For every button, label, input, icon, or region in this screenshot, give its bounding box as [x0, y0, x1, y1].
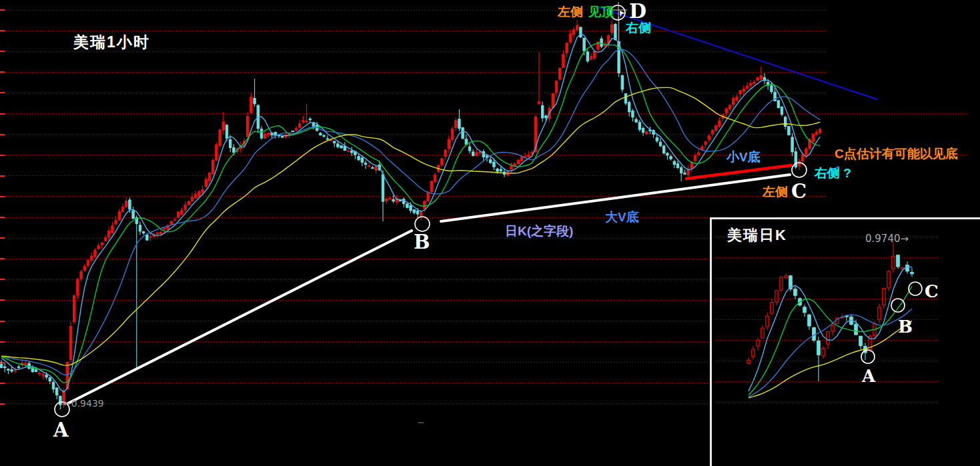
candle-up	[212, 160, 214, 173]
candle-down	[676, 164, 678, 168]
candle-down	[897, 255, 900, 267]
candle-up	[576, 25, 578, 29]
candle-up	[785, 276, 788, 278]
candle-up	[827, 332, 830, 345]
candle-up	[562, 54, 564, 67]
candle-up	[812, 134, 814, 141]
candle-down	[911, 272, 914, 273]
candle-down	[583, 38, 585, 51]
label-left-side-top: 左侧	[558, 5, 583, 18]
candle-down	[468, 147, 470, 151]
candle-up	[14, 370, 16, 371]
candle-down	[545, 116, 547, 118]
candle-down	[788, 126, 790, 135]
label-right-side-top: 右侧	[626, 21, 651, 34]
candle-up	[441, 159, 443, 165]
ma-line-40	[749, 321, 912, 397]
candle-down	[410, 205, 412, 211]
label-right-side-c: 右侧 ?	[815, 167, 851, 179]
candle-down	[52, 382, 54, 389]
candle-down	[472, 152, 474, 155]
candle-down	[656, 138, 658, 141]
inset-point-a-label: A	[862, 367, 875, 385]
candle-down	[490, 160, 492, 163]
candle-down	[771, 86, 773, 92]
candle-down	[794, 289, 797, 296]
marker-circle-b	[415, 217, 430, 231]
candle-down	[320, 133, 322, 135]
candle-up	[205, 179, 207, 187]
candle-up	[590, 57, 592, 60]
inset-point-b-label: B	[898, 318, 913, 335]
candle-up	[424, 201, 426, 209]
candle-down	[614, 25, 616, 40]
candle-down	[416, 211, 418, 214]
candle-down	[278, 135, 280, 136]
candle-up	[181, 211, 183, 215]
candle-up	[611, 25, 613, 33]
candle-up	[732, 98, 734, 104]
candle-down	[586, 52, 588, 61]
candle-up	[739, 91, 741, 94]
candle-up	[427, 192, 429, 201]
candle-down	[337, 144, 339, 147]
candle-down	[364, 163, 366, 165]
main-chart-title: 美瑞1小时	[73, 35, 150, 50]
candle-up	[725, 109, 727, 113]
inset-chart-title: 美瑞日K	[727, 228, 787, 243]
candle-up	[39, 373, 41, 374]
candle-down	[129, 200, 131, 209]
candle-down	[493, 162, 495, 167]
label-c-point-note: C点估计有可能以见底	[835, 147, 958, 160]
candle-up	[170, 221, 172, 225]
candle-up	[805, 149, 807, 155]
point-b-label: B	[414, 233, 430, 252]
candle-up	[448, 139, 450, 149]
candle-up	[747, 360, 751, 363]
candle-up	[708, 136, 710, 139]
candle-down	[580, 27, 582, 37]
candle-down	[635, 119, 637, 122]
candle-down	[855, 324, 858, 335]
candle-up	[569, 34, 571, 42]
candle-down	[458, 119, 460, 129]
candle-up	[386, 199, 388, 201]
candle-up	[80, 271, 82, 279]
candle-down	[542, 106, 544, 118]
candle-down	[791, 137, 793, 152]
candle-down	[260, 129, 262, 138]
candle-down	[35, 370, 37, 372]
candle-down	[803, 307, 807, 313]
candle-down	[859, 336, 863, 345]
candle-up	[69, 326, 71, 359]
candle-up	[295, 129, 297, 131]
candle-up	[215, 145, 217, 160]
candle-up	[451, 129, 453, 139]
candle-up	[191, 197, 193, 201]
candle-up	[187, 201, 189, 205]
candle-up	[250, 97, 252, 113]
candle-up	[698, 153, 700, 155]
candle-up	[552, 94, 554, 108]
candle-up	[430, 181, 432, 192]
candle-up	[163, 228, 165, 229]
candle-up	[184, 205, 186, 209]
candle-down	[334, 141, 336, 143]
candle-up	[111, 226, 113, 233]
candle-down	[132, 211, 134, 219]
candle-up	[434, 175, 436, 181]
trendline-a-b	[68, 231, 412, 403]
candle-down	[496, 169, 498, 171]
candle-down	[233, 148, 235, 153]
candle-up	[819, 129, 821, 133]
candle-down	[358, 157, 360, 160]
candle-up	[476, 153, 478, 155]
candle-down	[628, 103, 630, 112]
candle-up	[728, 105, 730, 109]
candle-up	[815, 132, 817, 135]
candle-down	[684, 173, 686, 175]
candle-up	[73, 295, 75, 321]
candle-down	[673, 161, 675, 164]
candle-down	[382, 175, 384, 201]
candle-up	[104, 237, 106, 241]
